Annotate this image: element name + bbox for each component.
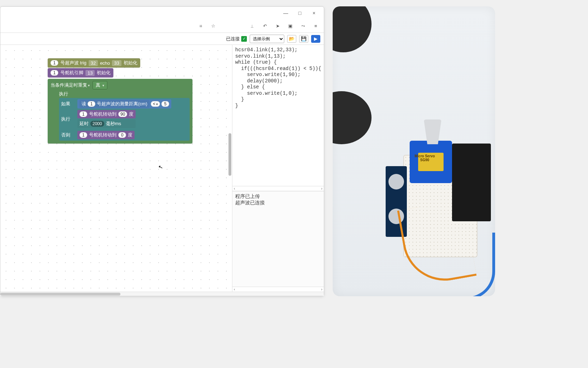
if-label: 如果 bbox=[61, 101, 75, 107]
hardware-photo: Micro Servo SG90 bbox=[333, 6, 495, 296]
compare-block[interactable]: 读 1 号超声波的测量距离(cm) < 5 bbox=[77, 99, 171, 109]
block-stack[interactable]: 1 号超声波 trig 32 echo 33 初始化 1 号舵机引脚 13 初始… bbox=[48, 58, 192, 144]
window-titlebar: — □ × bbox=[0, 7, 324, 19]
block-servo-init[interactable]: 1 号舵机引脚 13 初始化 bbox=[48, 68, 113, 77]
else-label: 否则 bbox=[61, 132, 75, 138]
open-button[interactable]: 📂 bbox=[287, 35, 296, 43]
read-id-field[interactable]: 1 bbox=[88, 101, 95, 107]
read-prefix: 读 bbox=[82, 101, 86, 107]
close-button[interactable]: × bbox=[307, 8, 321, 18]
check-icon: ✓ bbox=[241, 36, 247, 42]
block-label: 号舵机引脚 bbox=[60, 70, 83, 76]
exec-label: 执行 bbox=[61, 116, 75, 122]
block-delay[interactable]: 延时 2000 毫秒ms bbox=[77, 119, 136, 128]
servo-pin-field[interactable]: 13 bbox=[85, 70, 95, 76]
condition-true[interactable]: 真 bbox=[93, 81, 107, 89]
servo-motor bbox=[410, 141, 452, 183]
trig-field[interactable]: 32 bbox=[89, 60, 98, 66]
servo-id[interactable]: 1 bbox=[79, 132, 87, 138]
canvas-scrollbar[interactable] bbox=[228, 133, 231, 176]
block-label: echo bbox=[100, 60, 110, 66]
block-ultrasonic-init[interactable]: 1 号超声波 trig 32 echo 33 初始化 bbox=[48, 58, 140, 68]
blocks-canvas[interactable]: 1 号超声波 trig 32 echo 33 初始化 1 号舵机引脚 13 初始… bbox=[0, 45, 232, 292]
ide-toolbar: 已连接 ✓ 选择示例 📂 💾 ▶ bbox=[0, 33, 324, 45]
block-label: 初始化 bbox=[124, 60, 137, 66]
exec-label: 执行 bbox=[59, 91, 68, 97]
save-button[interactable]: 💾 bbox=[299, 35, 308, 43]
servo-label: 号舵机转动到 bbox=[89, 132, 117, 138]
servo-label: Micro Servo SG90 bbox=[415, 154, 435, 162]
block-label: 号超声波 trig bbox=[60, 60, 87, 66]
delay-value[interactable]: 2000 bbox=[90, 121, 104, 127]
servo-id-field[interactable]: 1 bbox=[51, 70, 58, 76]
extension-icon[interactable]: ▣ bbox=[286, 22, 294, 30]
connection-status: 已连接 ✓ bbox=[226, 36, 247, 42]
browser-toolbar: ⌗ ☆ ⟂ ↶ ➤ ▣ ⤳ ≡ bbox=[0, 19, 324, 33]
log-scroll-nav[interactable]: ‹› bbox=[232, 287, 324, 292]
read-ultrasonic-block[interactable]: 读 1 号超声波的测量距离(cm) bbox=[79, 100, 149, 108]
block-servo-write-if[interactable]: 1 号舵机转动到 90 度 bbox=[77, 110, 136, 118]
loop-header-label: 当条件满足时重复 bbox=[51, 82, 90, 88]
compare-value[interactable]: 5 bbox=[161, 101, 169, 107]
bottom-scrollbar[interactable] bbox=[0, 292, 324, 296]
echo-field[interactable]: 33 bbox=[112, 60, 121, 66]
maximize-button[interactable]: □ bbox=[293, 8, 307, 18]
code-scroll-nav[interactable]: ‹› bbox=[232, 186, 324, 191]
mouse-cursor-icon: ↖ bbox=[158, 163, 164, 171]
undo-icon[interactable]: ↶ bbox=[261, 22, 269, 30]
wheel-icon bbox=[333, 91, 372, 144]
servo-unit: 度 bbox=[128, 132, 132, 138]
graph-icon[interactable]: ⤳ bbox=[299, 22, 307, 30]
example-select[interactable]: 选择示例 bbox=[250, 35, 284, 43]
servo-deg-else[interactable]: 0 bbox=[118, 132, 126, 138]
hamburger-icon[interactable]: ≡ bbox=[312, 22, 320, 30]
servo-label: 号舵机转动到 bbox=[89, 111, 117, 117]
main-area: 1 号超声波 trig 32 echo 33 初始化 1 号舵机引脚 13 初始… bbox=[0, 45, 324, 292]
block-label: 初始化 bbox=[97, 70, 111, 76]
star-icon[interactable]: ☆ bbox=[209, 22, 217, 30]
qr-icon[interactable]: ⌗ bbox=[197, 22, 204, 30]
code-output[interactable]: hcsr04.link(1,32,33); servo.link(1,13); … bbox=[232, 45, 324, 186]
servo-unit: 度 bbox=[129, 111, 133, 117]
block-if[interactable]: 如果 读 1 号超声波的测量距离(cm) < 5 bbox=[59, 98, 190, 141]
ultra-id-field[interactable]: 1 bbox=[51, 60, 58, 66]
delay-label: 延时 bbox=[79, 121, 89, 127]
usb-cable bbox=[463, 233, 495, 296]
right-panels: hcsr04.link(1,32,33); servo.link(1,13); … bbox=[232, 45, 324, 292]
read-label: 号超声波的测量距离(cm) bbox=[97, 101, 147, 107]
run-button[interactable]: ▶ bbox=[311, 35, 320, 43]
send-icon[interactable]: ➤ bbox=[274, 22, 281, 30]
status-label: 已连接 bbox=[226, 36, 240, 42]
servo-deg-if[interactable]: 90 bbox=[118, 111, 127, 117]
minimize-button[interactable]: — bbox=[279, 8, 293, 18]
wheel-icon bbox=[333, 6, 372, 52]
delay-unit: 毫秒ms bbox=[106, 121, 121, 127]
ide-window: — □ × ⌗ ☆ ⟂ ↶ ➤ ▣ ⤳ ≡ 已连接 ✓ 选择示例 📂 💾 ▶ bbox=[0, 6, 324, 296]
log-output[interactable]: 程序已上传 超声波已连接 bbox=[232, 191, 324, 287]
compare-op[interactable]: < bbox=[151, 101, 160, 107]
block-servo-write-else[interactable]: 1 号舵机转动到 0 度 bbox=[77, 131, 135, 139]
block-while-loop[interactable]: 当条件满足时重复 真 执行 如果 读 1 bbox=[48, 79, 192, 144]
crop-icon[interactable]: ⟂ bbox=[248, 22, 256, 30]
servo-id[interactable]: 1 bbox=[79, 111, 87, 117]
